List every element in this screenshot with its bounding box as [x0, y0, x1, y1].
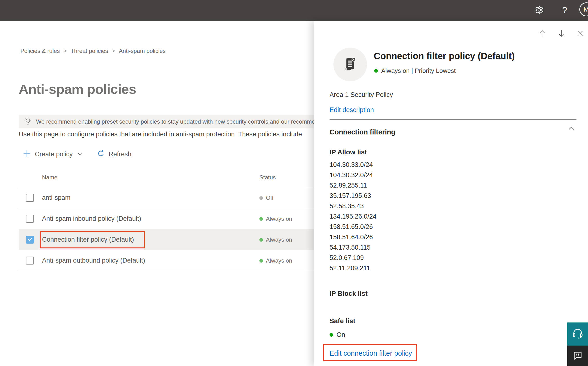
refresh-label: Refresh [109, 151, 132, 158]
ip-entry: 54.173.50.115 [330, 242, 376, 253]
section-connection-filtering: Connection filtering [330, 128, 395, 136]
breadcrumb-separator-icon: > [64, 48, 67, 54]
table-row[interactable]: anti-spam Off [19, 187, 314, 208]
policy-name[interactable]: Anti-spam outbound policy (Default) [42, 257, 145, 264]
feedback-button[interactable] [567, 346, 588, 366]
ip-allow-list-label: IP Allow list [330, 148, 367, 156]
status-dot-icon [259, 217, 263, 221]
row-checkbox[interactable] [26, 194, 34, 202]
policy-details-panel: Connection filter policy (Default) Alway… [314, 21, 588, 366]
feedback-bubble-icon [572, 350, 583, 362]
policy-description: Area 1 Security Policy [330, 91, 393, 99]
refresh-button[interactable]: Refresh [97, 150, 132, 159]
status-label: Always on [266, 215, 292, 222]
banner-text: We recommend enabling preset security po… [36, 118, 314, 125]
list-toolbar: Create policy Refresh [23, 148, 131, 160]
row-checkbox[interactable] [26, 215, 34, 223]
policy-name[interactable]: anti-spam [42, 194, 71, 201]
breadcrumb: Policies & rules > Threat policies > Ant… [20, 48, 166, 54]
column-header-name[interactable]: Name [42, 174, 57, 181]
status-label: Off [266, 195, 274, 201]
breadcrumb-separator-icon: > [112, 48, 115, 54]
safe-list-status: On [330, 331, 345, 339]
ip-entry: 52.11.209.211 [330, 263, 376, 274]
ip-entry: 52.0.67.109 [330, 253, 376, 263]
policy-status: Always on [259, 257, 292, 264]
previous-item-button[interactable] [537, 29, 547, 38]
ip-entry: 52.58.35.43 [330, 201, 376, 211]
table-header: Name Status [19, 168, 314, 187]
avatar-initial: M [583, 6, 588, 13]
ip-entry: 35.157.195.63 [330, 191, 376, 201]
create-policy-button[interactable]: Create policy [23, 150, 83, 159]
page-title: Anti-spam policies [19, 81, 136, 97]
panel-status: Always on | Priority Lowest [374, 67, 456, 75]
status-label: Always on [266, 257, 292, 264]
status-dot-icon [259, 238, 263, 242]
status-dot-icon [259, 259, 263, 263]
close-panel-button[interactable] [575, 29, 585, 38]
table-row[interactable]: Anti-spam inbound policy (Default) Alway… [19, 208, 314, 229]
gear-icon [534, 5, 544, 16]
status-dot-icon [330, 333, 333, 337]
breadcrumb-anti-spam-policies[interactable]: Anti-spam policies [119, 48, 166, 54]
plus-icon [23, 150, 31, 159]
status-dot-icon [374, 69, 378, 73]
policy-status: Off [259, 195, 274, 201]
headset-icon [571, 327, 584, 341]
ip-block-list-label: IP Block list [330, 290, 368, 297]
ip-entry: 104.30.33.0/24 [330, 160, 376, 170]
ip-entry: 52.89.255.11 [330, 180, 376, 191]
ip-entry: 104.30.32.0/24 [330, 170, 376, 180]
ip-allow-list: 104.30.33.0/24 104.30.32.0/24 52.89.255.… [330, 160, 376, 274]
refresh-icon [97, 150, 105, 159]
avatar[interactable]: M [579, 2, 588, 16]
app-screen: ? M Policies & rules > Threat policies >… [0, 0, 588, 366]
chevron-down-icon [77, 151, 83, 157]
chevron-up-icon [567, 124, 575, 133]
help-button[interactable]: ? [559, 5, 570, 16]
edit-description-link[interactable]: Edit description [330, 106, 374, 114]
next-item-button[interactable] [557, 29, 566, 38]
ip-entry: 134.195.26.0/24 [330, 211, 376, 222]
breadcrumb-policies-rules[interactable]: Policies & rules [20, 48, 60, 54]
create-policy-label: Create policy [35, 151, 73, 158]
scroll-policy-icon [341, 55, 359, 74]
row-checkbox-checked[interactable] [26, 236, 34, 244]
safe-list-status-text: On [337, 331, 345, 339]
status-label: Always on [266, 236, 292, 243]
settings-button[interactable] [534, 5, 545, 16]
ip-entry: 158.51.64.0/26 [330, 232, 376, 242]
panel-title: Connection filter policy (Default) [374, 51, 571, 61]
arrow-down-icon [557, 29, 566, 39]
collapse-section-button[interactable] [567, 124, 576, 133]
arrow-up-icon [538, 29, 546, 39]
top-bar: ? M [0, 0, 588, 21]
panel-status-text: Always on | Priority Lowest [381, 67, 456, 75]
column-header-status[interactable]: Status [259, 174, 276, 181]
help-icon: ? [562, 5, 567, 15]
check-icon [27, 236, 33, 243]
edit-connection-filter-policy-link[interactable]: Edit connection filter policy [330, 349, 412, 357]
support-button[interactable] [567, 322, 588, 346]
lightbulb-icon [23, 117, 32, 126]
policy-status: Always on [259, 215, 292, 222]
ip-entry: 158.51.65.0/26 [330, 222, 376, 232]
policy-avatar [333, 48, 367, 81]
divider [330, 119, 576, 120]
page-description: Use this page to configure policies that… [19, 130, 314, 138]
recommendation-banner: We recommend enabling preset security po… [19, 115, 314, 128]
close-icon [576, 29, 584, 38]
table-row-selected[interactable]: Connection filter policy (Default) Alway… [19, 229, 314, 250]
breadcrumb-threat-policies[interactable]: Threat policies [71, 48, 108, 54]
row-checkbox[interactable] [26, 257, 34, 265]
table-row[interactable]: Anti-spam outbound policy (Default) Alwa… [19, 250, 314, 271]
policy-name[interactable]: Anti-spam inbound policy (Default) [42, 215, 141, 222]
policy-status: Always on [259, 236, 292, 243]
policy-name[interactable]: Connection filter policy (Default) [42, 236, 134, 243]
safe-list-label: Safe list [330, 317, 355, 325]
status-dot-icon [259, 196, 263, 200]
